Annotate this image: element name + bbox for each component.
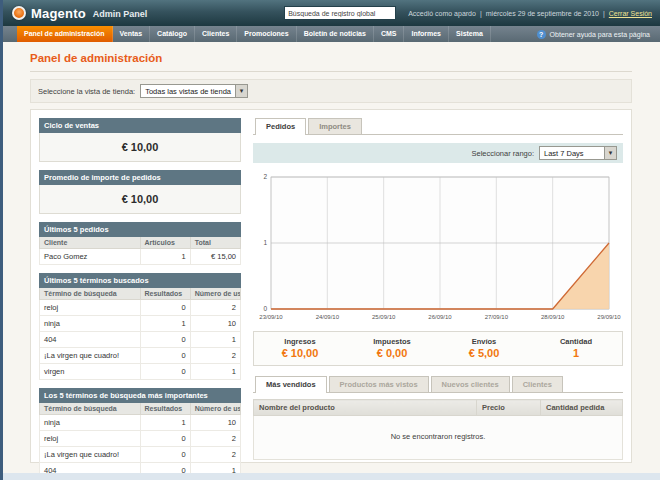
dashboard-panel: Ciclo de ventas € 10,00 Promedio de impo… (30, 109, 632, 463)
table-cell: 404 (40, 332, 141, 348)
total-label: Cantidad (530, 337, 622, 346)
products-table: Nombre del productoPrecioCantidad pedida… (253, 399, 623, 460)
table-cell: 0 (140, 364, 190, 380)
logo-subtitle: Admin Panel (93, 9, 148, 19)
nav-item-sistema[interactable]: Sistema (449, 26, 491, 42)
table-cell: 0 (140, 431, 190, 447)
total-impuestos: Impuestos€ 0,00 (346, 337, 438, 359)
nav-item-ventas[interactable]: Ventas (113, 26, 151, 42)
x-axis-label: 28/09/10 (541, 314, 565, 320)
total-value: € 5,00 (438, 347, 530, 359)
nav-item-bolet-n-de-noticias[interactable]: Boletín de noticias (297, 26, 374, 42)
nav-item-informes[interactable]: Informes (404, 26, 449, 42)
bottom-edge-strip (0, 473, 660, 480)
x-axis-label: 25/09/10 (372, 314, 396, 320)
logout-link[interactable]: Cerrar Sesión (609, 10, 652, 17)
table-cell: ninja (40, 415, 141, 431)
store-view-label: Seleccione la vista de tienda: (38, 87, 135, 96)
nav-items: Panel de administraciónVentasCatálogoCli… (17, 26, 491, 42)
nav-item-cms[interactable]: CMS (374, 26, 405, 42)
sales-lifetime-card: Ciclo de ventas € 10,00 (39, 118, 241, 162)
table-cell: Paco Gomez (40, 249, 141, 265)
x-axis-label: 23/09/10 (259, 314, 283, 320)
current-date: miércoles 29 de septiembre de 2010 (486, 10, 599, 17)
logo-text: Magento (31, 6, 86, 21)
nav-item-promociones[interactable]: Promociones (237, 26, 296, 42)
range-value: Last 7 Days (540, 149, 588, 158)
table-row[interactable]: ninja110 (40, 316, 241, 332)
table-header-row: ClienteArtículosTotal (40, 237, 241, 249)
table-row[interactable]: ¡La virgen que cuadro!02 (40, 348, 241, 364)
table-header-row: Término de búsquedaResultadosNúmero de u… (40, 403, 241, 415)
tab-m-s-vendidos[interactable]: Más vendidos (255, 376, 327, 393)
store-view-value: Todas las vistas de tienda (141, 87, 235, 96)
magento-logo-icon (12, 6, 26, 20)
tab-nuevos-clientes[interactable]: Nuevos clientes (431, 376, 510, 392)
nav-item-panel-de-administraci-n[interactable]: Panel de administración (17, 26, 113, 42)
table-cell: 2 (190, 431, 240, 447)
column-header: Término de búsqueda (40, 403, 141, 415)
last-search-terms-card: Últimos 5 términos buscados Término de b… (39, 273, 241, 380)
nav-item-cat-logo[interactable]: Catálogo (150, 26, 195, 42)
data-table: ClienteArtículosTotalPaco Gomez1€ 15,00 (39, 237, 241, 265)
table-row[interactable]: ninja110 (40, 415, 241, 431)
table-cell: 1 (190, 364, 240, 380)
card-title: Ciclo de ventas (39, 118, 241, 133)
card-title: Últimos 5 términos buscados (39, 273, 241, 288)
table-cell: 1 (140, 316, 190, 332)
help-label: Obtener ayuda para esta página (550, 31, 650, 38)
range-bar: Seleccionar rango: Last 7 Days ▾ (253, 143, 623, 163)
store-view-select[interactable]: Todas las vistas de tienda ▾ (140, 84, 248, 98)
total-cantidad: Cantidad1 (530, 337, 622, 359)
separator: | (480, 10, 482, 17)
table-cell: 2 (190, 447, 240, 463)
column-header: Precio (477, 400, 541, 416)
total-value: € 0,00 (346, 347, 438, 359)
tab-importes[interactable]: Importes (308, 118, 362, 134)
range-label: Seleccionar rango: (471, 149, 534, 158)
table-cell: 2 (190, 348, 240, 364)
table-row[interactable]: ¡La virgen que cuadro!02 (40, 447, 241, 463)
dashboard-right-column: PedidosImportes Seleccionar rango: Last … (253, 118, 623, 454)
empty-message: No se encontraron registros. (254, 416, 623, 460)
table-cell: reloj (40, 300, 141, 316)
table-cell: ¡La virgen que cuadro! (40, 348, 141, 364)
help-icon: ? (537, 30, 546, 39)
help-link[interactable]: ? Obtener ayuda para esta página (537, 26, 660, 42)
table-cell: 1 (190, 332, 240, 348)
main-nav: Panel de administraciónVentasCatálogoCli… (0, 26, 660, 42)
lists-tabs: Más vendidosProductos más vistosNuevos c… (253, 376, 623, 393)
y-axis-label: 0 (263, 305, 267, 312)
x-axis-label: 29/09/10 (597, 314, 621, 320)
table-cell: virgen (40, 364, 141, 380)
table-row[interactable]: reloj02 (40, 431, 241, 447)
table-cell: ¡La virgen que cuadro! (40, 447, 141, 463)
store-view-switcher: Seleccione la vista de tienda: Todas las… (30, 79, 632, 103)
table-row[interactable]: 40401 (40, 332, 241, 348)
dashboard-left-column: Ciclo de ventas € 10,00 Promedio de impo… (39, 118, 241, 454)
column-header: Número de usos (190, 403, 240, 415)
table-header-row: Nombre del productoPrecioCantidad pedida (254, 400, 623, 416)
products-table-host: Nombre del productoPrecioCantidad pedida… (253, 399, 623, 460)
range-select[interactable]: Last 7 Days ▾ (539, 146, 617, 160)
table-cell: 0 (140, 332, 190, 348)
table-row[interactable]: Paco Gomez1€ 15,00 (40, 249, 241, 265)
table-cell: 10 (190, 415, 240, 431)
column-header: Resultados (140, 288, 190, 300)
left-edge-strip (0, 0, 3, 480)
x-axis-label: 27/09/10 (485, 314, 509, 320)
table-cell: 1 (140, 415, 190, 431)
nav-item-clientes[interactable]: Clientes (195, 26, 237, 42)
top-terms-table-host: Término de búsquedaResultadosNúmero de u… (39, 403, 241, 480)
total-label: Impuestos (346, 337, 438, 346)
total-env-os: Envíos€ 5,00 (438, 337, 530, 359)
column-header: Total (190, 237, 240, 249)
table-cell: 0 (140, 300, 190, 316)
table-row[interactable]: reloj02 (40, 300, 241, 316)
tab-clientes[interactable]: Clientes (512, 376, 563, 392)
tab-productos-m-s-vistos[interactable]: Productos más vistos (329, 376, 429, 392)
tab-pedidos[interactable]: Pedidos (255, 118, 306, 135)
table-row[interactable]: virgen01 (40, 364, 241, 380)
column-header: Término de búsqueda (40, 288, 141, 300)
global-search-input[interactable] (284, 6, 396, 20)
